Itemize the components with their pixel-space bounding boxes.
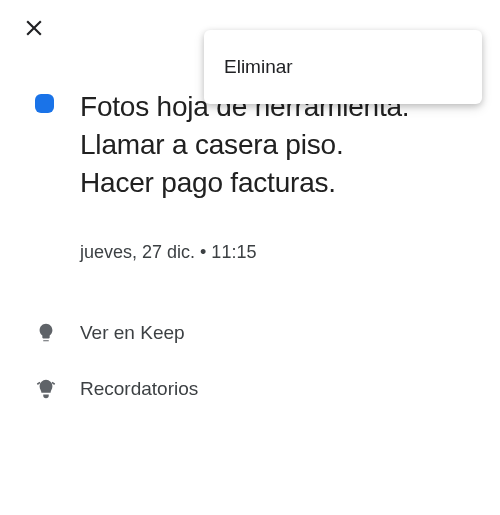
overflow-menu: Eliminar — [204, 30, 482, 104]
details-rows: Ver en Keep Recordatorios — [0, 305, 500, 417]
reminder-color-marker — [35, 94, 54, 113]
reminders-icon — [20, 378, 80, 400]
view-in-keep-row[interactable]: Ver en Keep — [0, 305, 500, 361]
close-button[interactable] — [20, 16, 48, 44]
reminder-content: Fotos hoja de herramienta.Llamar a caser… — [0, 88, 500, 263]
reminders-row[interactable]: Recordatorios — [0, 361, 500, 417]
lightbulb-icon — [20, 322, 80, 344]
reminders-label: Recordatorios — [80, 378, 198, 400]
delete-menu-item[interactable]: Eliminar — [204, 42, 482, 92]
reminder-datetime: jueves, 27 dic. • 11:15 — [80, 242, 480, 263]
close-icon — [21, 15, 47, 45]
view-in-keep-label: Ver en Keep — [80, 322, 185, 344]
reminder-title: Fotos hoja de herramienta.Llamar a caser… — [80, 88, 480, 202]
